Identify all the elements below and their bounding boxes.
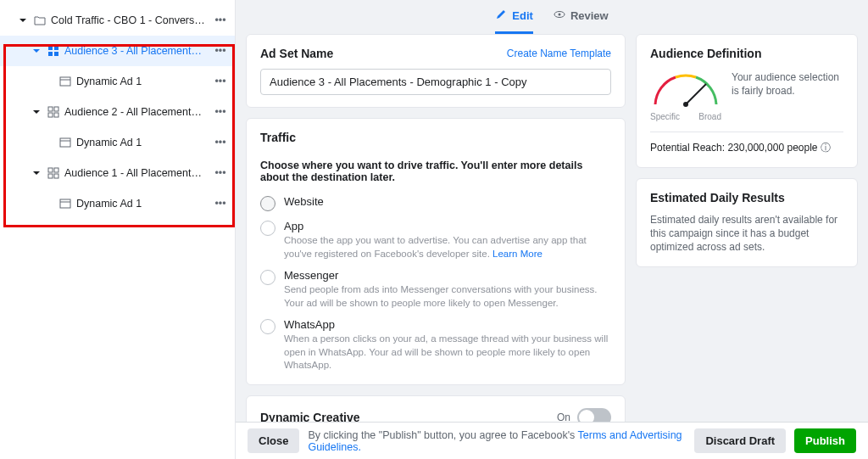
caret-down-icon[interactable] [17,14,29,26]
radio-icon [260,196,275,211]
svg-rect-9 [54,113,58,117]
info-icon[interactable]: ⓘ [821,142,831,154]
tab-review[interactable]: Review [554,0,609,34]
svg-point-19 [558,14,560,16]
traffic-intro: Choose where you want to drive traffic. … [260,160,611,183]
card-title: Traffic [260,131,611,144]
svg-rect-10 [60,138,70,147]
option-label: App [284,220,611,232]
potential-reach: Potential Reach: 230,000,000 people ⓘ [650,132,843,155]
close-button[interactable]: Close [248,428,299,453]
svg-rect-0 [48,46,53,50]
tab-label: Edit [512,9,533,22]
audience-gauge: Specific Broad [650,70,721,121]
svg-rect-14 [48,174,53,178]
more-icon[interactable]: ••• [211,72,230,91]
tree-row-ad[interactable]: Dynamic Ad 1 ••• [0,66,235,97]
option-help: Send people from ads into Messenger conv… [284,283,611,310]
card-title: Estimated Daily Results [650,191,843,204]
svg-rect-13 [54,168,58,172]
tree-row-adset[interactable]: Audience 3 - All Placements - ... ••• [0,36,235,66]
caret-down-icon[interactable] [31,167,42,179]
radio-icon [260,221,275,236]
campaign-tree-sidebar: Cold Traffic - CBO 1 - Conversion ••• Au… [0,0,236,459]
adset-label: Audience 2 - All Placements - ... [64,106,206,118]
ad-label: Dynamic Ad 1 [76,76,206,87]
ad-icon [59,137,71,148]
tree-row-ad[interactable]: Dynamic Ad 1 ••• [0,188,235,219]
audience-definition-card: Audience Definition Specific [636,34,858,168]
ad-label: Dynamic Ad 1 [76,198,206,210]
option-label: Messenger [284,269,611,282]
publish-button[interactable]: Publish [794,428,856,453]
option-label: Website [284,195,611,208]
traffic-option-messenger[interactable]: Messenger Send people from ads into Mess… [260,269,611,310]
ad-icon [59,76,71,87]
svg-point-21 [683,102,688,107]
adset-label: Audience 3 - All Placements - ... [64,45,206,57]
svg-rect-6 [48,107,53,111]
tree-row-campaign[interactable]: Cold Traffic - CBO 1 - Conversion ••• [0,5,235,36]
footer-bar: Close By clicking the "Publish" button, … [236,422,868,459]
svg-rect-16 [60,199,70,208]
adset-icon [47,167,59,179]
traffic-option-whatsapp[interactable]: WhatsApp When a person clicks on your ad… [260,318,611,372]
adset-label: Audience 1 - All Placements - ... [64,167,206,179]
option-help: Choose the app you want to advertise. Yo… [284,234,611,260]
more-icon[interactable]: ••• [211,133,230,152]
discard-draft-button[interactable]: Discard Draft [694,428,786,453]
gauge-label-specific: Specific [650,112,680,121]
est-daily-text: Estimated daily results aren't available… [650,213,843,255]
card-title: Ad Set Name [260,47,333,60]
traffic-option-website[interactable]: Website [260,195,611,211]
pencil-icon [495,8,507,23]
more-icon[interactable]: ••• [211,164,230,182]
learn-more-link[interactable]: Learn More [492,249,542,259]
svg-rect-4 [60,77,70,86]
audience-def-text: Your audience selection is fairly broad. [732,70,843,98]
ad-icon [59,198,71,210]
footer-agreement-text: By clicking the "Publish" button, you ag… [308,429,686,453]
campaign-label: Cold Traffic - CBO 1 - Conversion [51,14,206,26]
create-name-template-link[interactable]: Create Name Template [507,48,611,59]
svg-rect-2 [48,52,53,56]
traffic-option-app[interactable]: App Choose the app you want to advertise… [260,220,611,260]
svg-rect-15 [54,174,58,178]
tree-row-ad[interactable]: Dynamic Ad 1 ••• [0,127,235,158]
option-label: WhatsApp [284,318,611,331]
radio-icon [260,319,275,334]
more-icon[interactable]: ••• [211,103,230,121]
folder-icon [34,14,46,26]
caret-down-icon[interactable] [31,45,42,57]
svg-rect-3 [54,52,58,56]
tree-row-adset[interactable]: Audience 2 - All Placements - ... ••• [0,97,235,127]
more-icon[interactable]: ••• [211,11,230,30]
eye-icon [554,8,565,23]
svg-rect-1 [54,46,58,50]
more-icon[interactable]: ••• [211,194,230,213]
traffic-card: Traffic Choose where you want to drive t… [246,118,626,385]
adset-name-input[interactable] [260,69,611,95]
svg-rect-8 [48,113,53,117]
adset-icon [47,45,59,57]
adset-name-card: Ad Set Name Create Name Template [246,34,626,108]
svg-line-20 [686,84,706,104]
gauge-label-broad: Broad [698,112,721,121]
more-icon[interactable]: ••• [211,42,230,60]
tab-edit[interactable]: Edit [495,0,533,34]
edit-review-tabs: Edit Review [236,0,868,34]
tab-label: Review [570,9,609,22]
svg-rect-12 [48,168,53,172]
adset-icon [47,106,59,118]
ad-label: Dynamic Ad 1 [76,137,206,148]
tree-row-adset[interactable]: Audience 1 - All Placements - ... ••• [0,158,235,188]
card-title: Audience Definition [650,47,843,60]
caret-down-icon[interactable] [31,106,42,118]
option-help: When a person clicks on your ad, a messa… [284,333,611,372]
estimated-daily-card: Estimated Daily Results Estimated daily … [636,178,858,267]
svg-rect-7 [54,107,58,111]
radio-icon [260,270,275,285]
